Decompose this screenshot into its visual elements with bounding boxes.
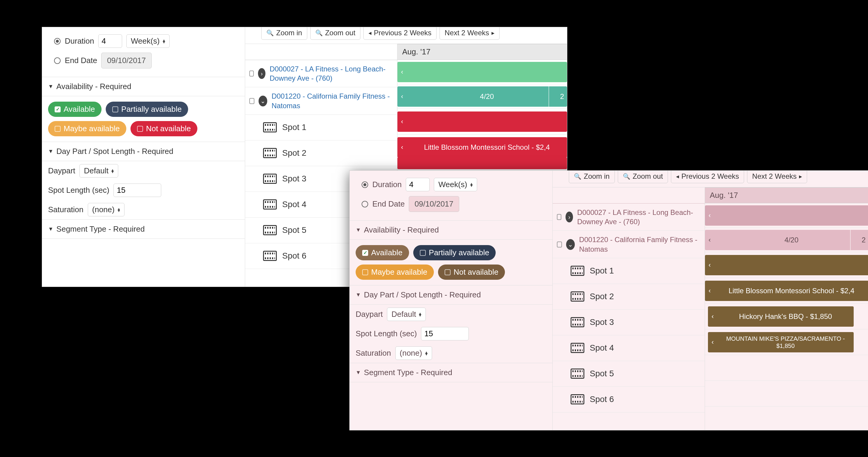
segment-section-header[interactable]: ▼Segment Type - Required (350, 363, 552, 382)
zoom-in-button[interactable]: 🔍Zoom in (261, 27, 307, 40)
expand-right-icon[interactable]: › (565, 211, 573, 222)
chevron-down-icon: ▼ (48, 148, 54, 154)
bar-right-value: 2 (862, 236, 866, 244)
enddate-input[interactable]: 09/10/2017 (409, 196, 459, 212)
pill-partial[interactable]: Partially available (413, 245, 496, 260)
enddate-label: End Date (65, 56, 97, 65)
zoom-out-button[interactable]: 🔍Zoom out (310, 27, 361, 40)
duration-unit-select[interactable]: Week(s) (126, 34, 169, 48)
pill-maybe[interactable]: Maybe available (355, 264, 434, 280)
enddate-radio[interactable] (54, 57, 61, 64)
gantt-bar[interactable]: ‹ (705, 255, 868, 275)
prev-weeks-button[interactable]: ◂Previous 2 Weeks (363, 27, 437, 40)
deal-row: ⌄ D001220 - California Family Fitness - … (553, 231, 705, 258)
availability-pills: Available Partially available Maybe avai… (42, 96, 245, 142)
deal-row: › D000027 - LA Fitness - Long Beach-Down… (245, 60, 397, 87)
spotlength-label: Spot Length (sec) (355, 329, 417, 338)
deal-checkbox[interactable] (249, 70, 254, 77)
pill-maybe[interactable]: Maybe available (48, 121, 126, 136)
gantt-bar[interactable]: ‹Little Blossom Montessori School - $2,4 (705, 281, 868, 301)
gantt-bar[interactable] (397, 157, 567, 169)
sidebar: Duration Week(s) End Date 09/10/2017 ▼Av… (350, 171, 553, 430)
deal-label[interactable]: D000027 - LA Fitness - Long Beach-Downey… (577, 208, 701, 226)
spot-label: Spot 4 (282, 200, 306, 209)
bar-label: Little Blossom Montessori School - $2,4 (714, 287, 868, 295)
chevron-left-icon: ‹ (705, 236, 714, 244)
pill-available[interactable]: Available (48, 102, 101, 117)
duration-input[interactable] (98, 34, 122, 48)
gantt-bar[interactable]: ‹Little Blossom Montessori School - $2,4 (397, 137, 567, 158)
daypart-select[interactable]: Default (80, 164, 118, 177)
chevron-left-icon: ‹ (397, 118, 407, 125)
gantt-bar[interactable]: ‹ (397, 112, 567, 132)
daypart-section-header[interactable]: ▼Day Part / Spot Length - Required (42, 142, 245, 161)
spot-row: Spot 6 (553, 387, 705, 412)
expand-right-icon[interactable]: › (258, 68, 266, 79)
spot-label: Spot 2 (590, 292, 614, 301)
sidebar: Duration Week(s) End Date 09/10/2017 ▼Av… (42, 27, 245, 287)
gantt-bar[interactable]: ‹4/202 (397, 86, 567, 107)
gantt-bar[interactable]: ‹MOUNTAIN MIKE'S PIZZA/SACRAMENTO - $1,8… (708, 332, 854, 352)
zoom-out-button[interactable]: 🔍Zoom out (618, 171, 668, 183)
main-grid: 🔍Zoom in 🔍Zoom out ◂Previous 2 Weeks Nex… (553, 171, 868, 430)
spotlength-input[interactable] (114, 183, 161, 197)
gantt-bar[interactable]: ‹4/202 (705, 230, 868, 250)
chevron-down-icon: ▼ (48, 226, 54, 232)
spot-row: Spot 1 (245, 115, 397, 141)
film-icon (263, 251, 277, 261)
daypart-section-header[interactable]: ▼Day Part / Spot Length - Required (350, 285, 552, 305)
bar-label: Hickory Hank's BBQ - $1,850 (717, 312, 854, 321)
chevron-left-icon: ‹ (705, 261, 714, 269)
zoom-in-button[interactable]: 🔍Zoom in (569, 171, 615, 183)
gantt-bar[interactable]: ‹Hickory Hank's BBQ - $1,850 (708, 306, 854, 327)
enddate-radio[interactable] (362, 201, 368, 207)
deal-checkbox[interactable] (557, 214, 561, 220)
daypart-label: Daypart (48, 166, 75, 175)
spot-label: Spot 1 (590, 266, 614, 276)
enddate-input[interactable]: 09/10/2017 (101, 53, 151, 68)
next-weeks-button[interactable]: Next 2 Weeks▸ (747, 171, 807, 183)
deal-row: ⌄ D001220 - California Family Fitness - … (245, 87, 397, 114)
month-header: Aug. '17 (397, 44, 567, 60)
next-weeks-button[interactable]: Next 2 Weeks▸ (439, 27, 500, 40)
saturation-select[interactable]: (none) (395, 346, 432, 360)
segment-section-header[interactable]: ▼Segment Type - Required (42, 219, 245, 239)
bar-label: MOUNTAIN MIKE'S PIZZA/SACRAMENTO - $1,85… (717, 335, 854, 349)
deal-checkbox[interactable] (557, 241, 562, 248)
spot-label: Spot 3 (590, 317, 614, 327)
chevron-left-icon: ‹ (708, 313, 717, 320)
duration-input[interactable] (406, 178, 430, 191)
film-icon (570, 369, 584, 379)
expand-down-icon[interactable]: ⌄ (258, 96, 267, 106)
pill-partial[interactable]: Partially available (106, 102, 188, 117)
duration-radio[interactable] (54, 38, 61, 45)
spot-row: Spot 2 (245, 141, 397, 166)
month-header: Aug. '17 (705, 188, 868, 203)
film-icon (263, 122, 277, 133)
prev-weeks-button[interactable]: ◂Previous 2 Weeks (671, 171, 744, 183)
daypart-select[interactable]: Default (387, 308, 426, 321)
chevron-left-icon: ‹ (705, 287, 714, 295)
daypart-label: Daypart (355, 310, 383, 319)
deal-checkbox[interactable] (249, 98, 254, 104)
chevron-down-icon: ▼ (355, 227, 361, 233)
pill-not[interactable]: Not available (438, 264, 505, 280)
pill-available[interactable]: Available (355, 245, 409, 260)
deal-label[interactable]: D001220 - California Family Fitness - Na… (579, 235, 701, 253)
chevron-down-icon: ▼ (355, 369, 361, 376)
gantt-bar[interactable]: ‹ (397, 62, 567, 82)
deal-label[interactable]: D000027 - LA Fitness - Long Beach-Downey… (270, 64, 393, 83)
duration-unit-select[interactable]: Week(s) (434, 178, 477, 191)
spot-label: Spot 6 (590, 395, 614, 404)
gantt-bar[interactable]: ‹ (705, 205, 868, 226)
availability-section-header[interactable]: ▼Availability - Required (350, 221, 552, 240)
deal-label[interactable]: D001220 - California Family Fitness - Na… (271, 91, 393, 110)
saturation-select[interactable]: (none) (88, 203, 125, 217)
availability-section-header[interactable]: ▼Availability - Required (42, 77, 245, 96)
spot-row: Spot 4 (553, 335, 705, 361)
pill-not[interactable]: Not available (130, 121, 197, 136)
spotlength-input[interactable] (421, 327, 469, 340)
expand-down-icon[interactable]: ⌄ (566, 239, 575, 250)
duration-radio[interactable] (362, 181, 368, 188)
film-icon (263, 174, 277, 184)
